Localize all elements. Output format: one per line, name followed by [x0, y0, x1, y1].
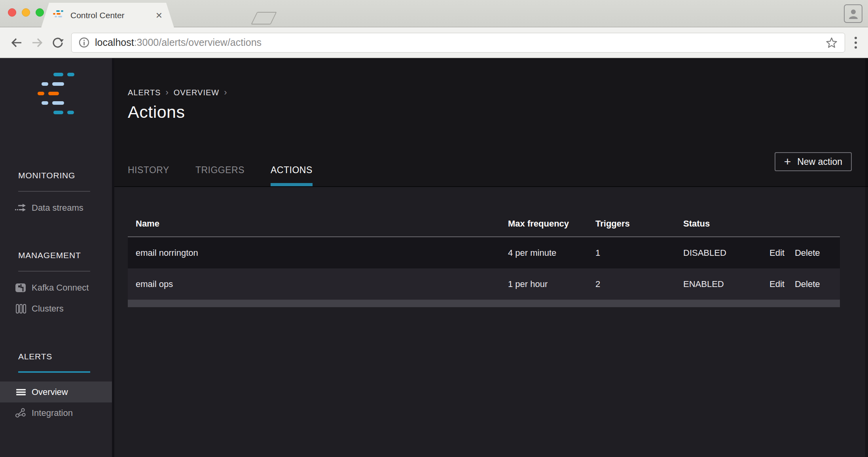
cell-max-frequency: 1 per hour: [508, 279, 595, 289]
data-streams-icon: [15, 203, 27, 213]
tab-title: Control Center: [70, 11, 156, 20]
sidebar-item-clusters[interactable]: Clusters: [0, 298, 112, 319]
sidebar-item-label: Clusters: [32, 304, 64, 314]
sidebar-item-kafka-connect[interactable]: Kafka Connect: [0, 277, 112, 298]
sidebar-item-label: Kafka Connect: [32, 283, 89, 293]
zoom-window-button[interactable]: [36, 8, 44, 17]
cell-max-frequency: 4 per minute: [508, 248, 595, 258]
plus-icon: +: [784, 156, 791, 168]
address-bar[interactable]: localhost:3000/alerts/overview/actions: [71, 33, 845, 53]
kebab-menu-icon: [854, 36, 857, 50]
new-tab-button[interactable]: [251, 12, 277, 25]
tab-triggers[interactable]: TRIGGERS: [195, 165, 244, 186]
minimize-window-button[interactable]: [22, 8, 30, 17]
close-tab-icon[interactable]: ×: [156, 10, 162, 21]
actions-table: Name Max frequency Triggers Status email…: [128, 211, 840, 307]
breadcrumb-overview[interactable]: OVERVIEW: [174, 88, 219, 97]
page-title: Actions: [128, 102, 868, 122]
tab-history[interactable]: HISTORY: [128, 165, 169, 186]
sidebar-section-management: MANAGEMENT: [0, 251, 112, 260]
url-path: :3000/alerts/overview/actions: [134, 37, 262, 48]
person-icon: [847, 8, 860, 20]
control-center-app: MONITORING Data streams MANAGEMENT: [0, 58, 868, 457]
table-row: email norrington 4 per minute 1 DISABLED…: [128, 237, 840, 268]
forward-arrow-icon: [30, 36, 44, 50]
actions-panel: Name Max frequency Triggers Status email…: [114, 187, 868, 457]
column-header-triggers: Triggers: [595, 219, 683, 229]
breadcrumb-alerts[interactable]: ALERTS: [128, 88, 161, 97]
main-content: ALERTS › OVERVIEW › Actions HISTORY TRIG…: [112, 58, 868, 457]
sidebar-section-alerts: ALERTS: [0, 352, 112, 361]
table-header-row: Name Max frequency Triggers Status: [128, 211, 840, 237]
tab-actions[interactable]: ACTIONS: [271, 165, 313, 186]
sidebar-section-monitoring: MONITORING: [0, 171, 112, 180]
cell-triggers: 1: [595, 248, 683, 258]
page-tabs: HISTORY TRIGGERS ACTIONS: [128, 165, 339, 186]
back-arrow-icon: [9, 36, 24, 50]
edit-link[interactable]: Edit: [769, 248, 785, 258]
section-divider: [18, 191, 90, 192]
horizontal-scrollbar[interactable]: [128, 300, 840, 307]
new-action-button[interactable]: + New action: [775, 152, 852, 171]
bookmark-star-icon[interactable]: [826, 37, 838, 49]
tab-actions-label: ACTIONS: [271, 165, 313, 175]
breadcrumb: ALERTS › OVERVIEW ›: [128, 58, 868, 98]
cell-name: email ops: [128, 279, 508, 289]
clusters-icon: [15, 304, 27, 314]
vertical-scrollbar[interactable]: [865, 58, 868, 457]
close-window-button[interactable]: [8, 8, 16, 17]
sidebar-item-overview[interactable]: Overview: [0, 381, 112, 402]
back-button[interactable]: [6, 32, 27, 53]
column-header-status: Status: [683, 219, 769, 229]
overview-icon: [15, 387, 27, 397]
section-divider: [18, 271, 90, 272]
sidebar-item-label: Data streams: [32, 203, 83, 213]
url-host: localhost: [95, 37, 134, 48]
browser-toolbar: localhost:3000/alerts/overview/actions: [0, 27, 868, 58]
integration-icon: [15, 408, 27, 418]
sidebar-item-label: Integration: [32, 408, 73, 418]
edit-link[interactable]: Edit: [769, 279, 785, 289]
column-header-max-frequency: Max frequency: [508, 219, 595, 229]
new-action-label: New action: [797, 157, 842, 167]
browser-tab-bar: Control Center ×: [0, 0, 868, 27]
active-tab-underline: [271, 183, 313, 186]
status-badge: ENABLED: [683, 279, 769, 289]
cell-name: email norrington: [128, 248, 508, 258]
kafka-connect-icon: [15, 283, 27, 293]
window-controls: [8, 8, 44, 17]
confluent-favicon-icon: [53, 10, 65, 21]
reload-button[interactable]: [47, 32, 68, 53]
sidebar-item-label: Overview: [32, 387, 68, 397]
sidebar-item-data-streams[interactable]: Data streams: [0, 197, 112, 218]
browser-menu-button[interactable]: [850, 36, 862, 50]
browser-tab[interactable]: Control Center ×: [41, 3, 174, 28]
cell-triggers: 2: [595, 279, 683, 289]
chevron-right-icon: ›: [224, 87, 227, 98]
browser-profile-button[interactable]: [844, 4, 862, 23]
url-text[interactable]: localhost:3000/alerts/overview/actions: [95, 37, 826, 48]
section-divider-active: [18, 371, 90, 373]
status-badge: DISABLED: [683, 248, 769, 258]
confluent-logo: [38, 73, 75, 114]
delete-link[interactable]: Delete: [795, 279, 820, 289]
sidebar: MONITORING Data streams MANAGEMENT: [0, 58, 112, 457]
page-info-icon[interactable]: [79, 37, 89, 48]
reload-icon: [51, 36, 65, 50]
column-header-name: Name: [128, 219, 508, 229]
page-header: ALERTS › OVERVIEW › Actions HISTORY TRIG…: [114, 58, 868, 186]
sidebar-item-integration[interactable]: Integration: [0, 402, 112, 423]
delete-link[interactable]: Delete: [795, 248, 820, 258]
chevron-right-icon: ›: [165, 87, 169, 98]
forward-button[interactable]: [27, 32, 47, 53]
table-row: email ops 1 per hour 2 ENABLED Edit Dele…: [128, 268, 840, 300]
